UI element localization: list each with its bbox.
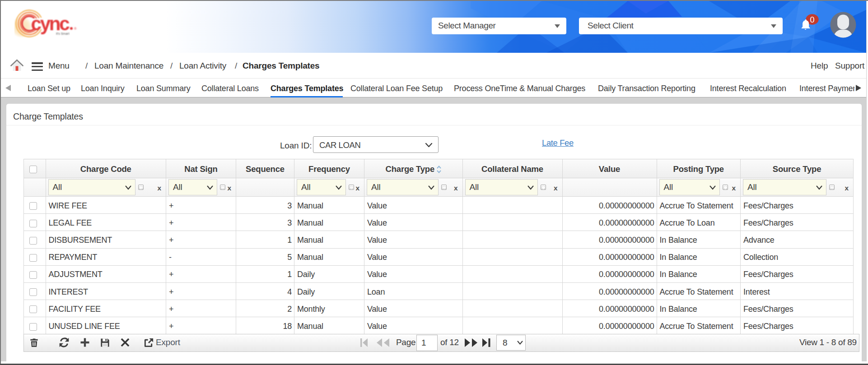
svg-text:It's Smart: It's Smart — [56, 32, 69, 35]
svg-text:cync: cync — [31, 13, 70, 34]
svg-text:®: ® — [74, 27, 77, 31]
svg-text:0: 0 — [810, 15, 814, 24]
